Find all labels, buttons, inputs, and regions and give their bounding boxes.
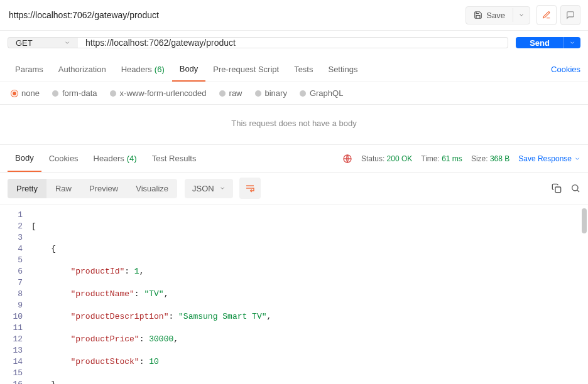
format-select[interactable]: JSON: [185, 179, 233, 198]
search-button[interactable]: [570, 183, 580, 193]
time-value: 61 ms: [442, 154, 462, 163]
edit-button[interactable]: [536, 5, 557, 25]
radio-dot-icon: [11, 90, 18, 97]
time-label: Time:: [421, 154, 440, 163]
wrap-icon: [245, 183, 255, 193]
save-button-group: Save: [466, 6, 530, 24]
code-content: [ { "productId": 1, "productName": "TV",…: [29, 205, 271, 384]
wrap-line-button[interactable]: [239, 178, 261, 199]
search-icon: [570, 183, 580, 193]
bodytype-formdata[interactable]: form-data: [52, 88, 97, 98]
save-icon: [474, 11, 482, 19]
tab-authorization[interactable]: Authorization: [51, 57, 114, 82]
resp-tab-testresults[interactable]: Test Results: [144, 145, 204, 172]
chevron-down-icon: [219, 185, 226, 191]
bodytype-graphql-label: GraphQL: [310, 88, 343, 98]
save-response-label: Save Response: [518, 154, 572, 163]
send-dropdown[interactable]: [564, 37, 580, 48]
chevron-down-icon: [518, 12, 525, 18]
status-value: 200 OK: [387, 154, 413, 163]
format-value: JSON: [192, 184, 214, 193]
network-icon: [342, 154, 352, 164]
pencil-icon: [542, 11, 551, 19]
no-body-message: This request does not have a body: [0, 105, 588, 145]
status-label: Status:: [361, 154, 384, 163]
bodytype-raw[interactable]: raw: [219, 88, 242, 98]
resp-tab-cookies[interactable]: Cookies: [41, 145, 86, 172]
bodytype-binary[interactable]: binary: [255, 88, 287, 98]
resp-tab-headers-label: Headers: [94, 154, 124, 163]
response-body-editor[interactable]: 1234 5678 9101112 13141516 [ { "productI…: [0, 205, 588, 384]
tab-tests[interactable]: Tests: [286, 57, 320, 82]
size-value: 368 B: [490, 154, 509, 163]
radio-dot-icon: [300, 90, 306, 97]
save-response-button[interactable]: Save Response: [518, 154, 580, 163]
bodytype-none-label: none: [21, 88, 40, 98]
copy-icon: [552, 183, 562, 193]
tab-prerequest[interactable]: Pre-request Script: [205, 57, 286, 82]
tab-body[interactable]: Body: [172, 57, 206, 82]
svg-point-4: [572, 185, 578, 191]
bodytype-formdata-label: form-data: [62, 88, 97, 98]
save-label: Save: [486, 11, 505, 20]
tab-params[interactable]: Params: [8, 57, 51, 82]
save-button[interactable]: Save: [466, 7, 513, 24]
view-visualize[interactable]: Visualize: [127, 179, 177, 198]
copy-button[interactable]: [552, 183, 562, 193]
size-label: Size:: [471, 154, 488, 163]
bodytype-none[interactable]: none: [11, 88, 40, 98]
tab-headers-label: Headers: [121, 65, 152, 74]
request-tab-title[interactable]: https://localhost:7062/gateway/product: [9, 10, 159, 20]
url-input[interactable]: https://localhost:7062/gateway/product: [78, 37, 508, 48]
tab-headers[interactable]: Headers (6): [114, 57, 172, 82]
bodytype-raw-label: raw: [229, 88, 242, 98]
bodytype-xwww-label: x-www-form-urlencoded: [120, 88, 207, 98]
radio-dot-icon: [219, 90, 226, 97]
resp-tab-headers-count: (4): [127, 154, 137, 163]
view-segment: Pretty Raw Preview Visualize: [8, 179, 177, 198]
comment-button[interactable]: [560, 5, 580, 25]
chevron-down-icon: [574, 156, 580, 162]
view-pretty[interactable]: Pretty: [8, 179, 46, 198]
radio-dot-icon: [255, 90, 261, 97]
radio-dot-icon: [52, 90, 58, 97]
chevron-down-icon: [569, 40, 575, 46]
chevron-down-icon: [64, 40, 70, 46]
bodytype-xwww[interactable]: x-www-form-urlencoded: [110, 88, 207, 98]
http-method-select[interactable]: GET: [8, 37, 78, 48]
resp-tab-headers[interactable]: Headers (4): [86, 145, 144, 172]
svg-line-5: [577, 190, 579, 192]
tab-headers-count: (6): [155, 65, 165, 74]
tab-settings[interactable]: Settings: [320, 57, 365, 82]
send-button[interactable]: Send: [516, 37, 564, 48]
scrollbar-thumb[interactable]: [582, 208, 587, 233]
view-raw[interactable]: Raw: [46, 179, 80, 198]
save-dropdown[interactable]: [513, 8, 530, 22]
bodytype-binary-label: binary: [265, 88, 287, 98]
cookies-link[interactable]: Cookies: [551, 65, 580, 74]
view-preview[interactable]: Preview: [80, 179, 127, 198]
bodytype-graphql[interactable]: GraphQL: [300, 88, 343, 98]
line-gutter: 1234 5678 9101112 13141516: [0, 205, 29, 384]
svg-rect-3: [555, 187, 561, 193]
url-value: https://localhost:7062/gateway/product: [85, 38, 236, 48]
resp-tab-body[interactable]: Body: [8, 145, 41, 172]
comment-icon: [566, 11, 575, 19]
radio-dot-icon: [110, 90, 116, 97]
http-method-value: GET: [16, 38, 33, 48]
